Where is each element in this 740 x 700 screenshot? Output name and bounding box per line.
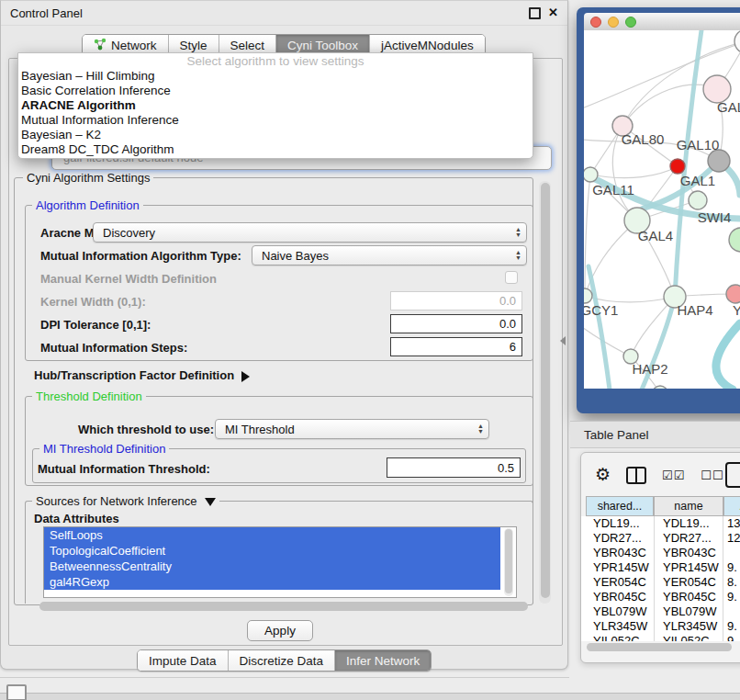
- network-node-gal1[interactable]: [689, 191, 707, 209]
- settings-horizontal-scrollbar[interactable]: [38, 601, 533, 612]
- attribute-option[interactable]: TopologicalCoefficient: [44, 543, 500, 559]
- data-attributes-list[interactable]: SelfLoopsTopologicalCoefficientBetweenne…: [43, 526, 517, 598]
- kernel-width-label: Kernel Width (0,1):: [40, 295, 146, 309]
- panel-title: Control Panel: [10, 6, 83, 20]
- collapse-down-icon: [205, 498, 216, 506]
- split-columns-icon[interactable]: [626, 467, 646, 484]
- panel-splitter-handle[interactable]: [560, 336, 566, 345]
- network-node-label: HAP4: [677, 302, 712, 318]
- minimize-traffic-light[interactable]: [608, 17, 619, 28]
- minimized-panel-icon[interactable]: [6, 684, 27, 700]
- screen: Control Panel ✕ Netw: [0, 0, 740, 700]
- network-window-titlebar[interactable]: [584, 13, 740, 31]
- algorithm-option-bayesian-k2[interactable]: Bayesian – K2: [18, 128, 533, 142]
- network-node-label: GAL4: [638, 228, 673, 243]
- attribute-option[interactable]: SelfLoops: [44, 527, 500, 543]
- column-header-name[interactable]: name: [654, 496, 723, 516]
- column-header-shared-name[interactable]: shared...: [586, 496, 654, 516]
- network-node[interactable]: [734, 30, 740, 53]
- network-edge[interactable]: [584, 327, 631, 356]
- tab-discretize-data[interactable]: Discretize Data: [229, 650, 336, 671]
- attribute-option[interactable]: gal4RGexp: [44, 574, 500, 590]
- unselect-all-columns-icon[interactable]: ☐☐: [701, 469, 723, 482]
- spinner-icon: ▲▼: [515, 227, 521, 238]
- mi-type-value: Naive Bayes: [262, 249, 515, 263]
- table-cell: 9.: [727, 619, 737, 634]
- threshold-definition-title: Threshold Definition: [32, 390, 146, 403]
- gear-icon[interactable]: ⚙: [595, 466, 611, 484]
- table-row[interactable]: YBR045CYBR045C9.: [581, 590, 740, 604]
- network-edge-highlighted[interactable]: [589, 266, 610, 389]
- table-row[interactable]: YER054CYER054C8.: [581, 575, 740, 590]
- mi-threshold-field[interactable]: 0.5: [387, 457, 521, 478]
- manual-kernel-checkbox[interactable]: [505, 271, 518, 284]
- table-cell: YDR27...: [593, 531, 642, 546]
- tab-infer-network[interactable]: Infer Network: [335, 650, 431, 671]
- mi-steps-field[interactable]: 6: [390, 337, 522, 356]
- network-tab-icon: [94, 38, 107, 53]
- close-icon[interactable]: ✕: [548, 7, 558, 18]
- table-row[interactable]: YPR145WYPR145W9.: [581, 560, 740, 575]
- attribute-option[interactable]: BetweennessCentrality: [44, 559, 500, 574]
- tab-impute-data[interactable]: Impute Data: [138, 650, 229, 671]
- float-window-icon[interactable]: [529, 7, 541, 19]
- hub-definition-toggle[interactable]: Hub/Transcription Factor Definition: [34, 368, 250, 382]
- dpi-tolerance-field[interactable]: 0.0: [390, 314, 522, 333]
- network-node-label: GAL: [717, 99, 740, 115]
- table-row[interactable]: YIL052CYIL052C9: [581, 634, 740, 641]
- select-all-columns-icon[interactable]: ☑☑: [662, 469, 685, 482]
- add-column-icon[interactable]: [725, 462, 740, 488]
- network-graph[interactable]: GALGAL80GAL10GAL11GAL1SWI4GAL4GCY1HAP4YH…: [584, 30, 740, 389]
- sources-toggle[interactable]: Sources for Network Inference: [32, 494, 219, 508]
- network-edge[interactable]: [585, 296, 675, 302]
- network-edge[interactable]: [590, 166, 678, 178]
- table-cell: YER054C: [593, 575, 646, 590]
- data-attributes-label: Data Attributes: [34, 512, 119, 525]
- kernel-width-field: 0.0: [390, 291, 522, 310]
- table-horizontal-scrollbar[interactable]: [585, 642, 734, 652]
- algorithm-option-mutual-information[interactable]: Mutual Information Inference: [18, 113, 533, 128]
- table-row[interactable]: YLR345WYLR345W9.: [581, 619, 740, 634]
- table-cell: 9: [727, 634, 734, 641]
- table-cell: 12: [727, 531, 740, 546]
- network-canvas[interactable]: GALGAL80GAL10GAL11GAL1SWI4GAL4GCY1HAP4YH…: [584, 30, 740, 389]
- which-threshold-combo[interactable]: MI Threshold ▲▼: [215, 419, 489, 439]
- algorithm-option-bayesian-hill-climbing[interactable]: Bayesian – Hill Climbing: [18, 69, 533, 84]
- mi-type-combo[interactable]: Naive Bayes ▲▼: [252, 245, 527, 265]
- settings-vertical-scrollbar[interactable]: [539, 181, 551, 604]
- tab-network-label: Network: [111, 39, 157, 52]
- network-node-gal10[interactable]: [670, 159, 685, 174]
- algorithm-option-dream8[interactable]: Dream8 DC_TDC Algorithm: [18, 142, 533, 157]
- spinner-icon: ▲▼: [515, 250, 521, 261]
- bottom-divider: [0, 677, 569, 678]
- network-node-swi4[interactable]: [729, 228, 740, 252]
- algorithm-option-basic-correlation[interactable]: Basic Correlation Inference: [18, 84, 533, 98]
- table-cell: 9.: [727, 590, 737, 604]
- table-row[interactable]: YDL19...YDL19...13: [581, 516, 740, 531]
- attributes-scrollbar[interactable]: [504, 528, 513, 596]
- which-threshold-label: Which threshold to use:: [78, 423, 214, 436]
- network-view-window: GALGAL80GAL10GAL11GAL1SWI4GAL4GCY1HAP4YH…: [577, 7, 740, 413]
- apply-button[interactable]: Apply: [247, 620, 313, 641]
- table-rows[interactable]: YDL19...YDL19...13YDR27...YDR27...12YBR0…: [581, 516, 740, 641]
- network-node-gal11[interactable]: [584, 167, 598, 182]
- close-traffic-light[interactable]: [590, 17, 601, 28]
- network-node[interactable]: [708, 150, 730, 172]
- column-header-partial[interactable]: A: [723, 496, 740, 516]
- aracne-mode-combo[interactable]: Discovery ▲▼: [93, 222, 527, 243]
- table-cell: 13: [727, 516, 740, 531]
- table-row[interactable]: YDR27...YDR27...12: [581, 531, 740, 546]
- table-cell: 8.: [727, 575, 737, 590]
- which-threshold-value: MI Threshold: [225, 423, 477, 436]
- network-node-gcy1[interactable]: [584, 288, 592, 303]
- network-edge-highlighted[interactable]: [716, 323, 740, 389]
- network-node-label: GAL1: [680, 173, 715, 188]
- zoom-traffic-light[interactable]: [625, 17, 636, 28]
- table-row[interactable]: YBL079WYBL079W: [581, 604, 740, 619]
- table-cell: YBR045C: [663, 590, 716, 604]
- network-node-y[interactable]: [726, 285, 740, 303]
- network-node-label: SWI4: [698, 209, 732, 225]
- algorithm-option-aracne[interactable]: ARACNE Algorithm: [18, 98, 533, 113]
- network-node-label: HAP2: [632, 361, 667, 377]
- table-row[interactable]: YBR043CYBR043C: [581, 546, 740, 560]
